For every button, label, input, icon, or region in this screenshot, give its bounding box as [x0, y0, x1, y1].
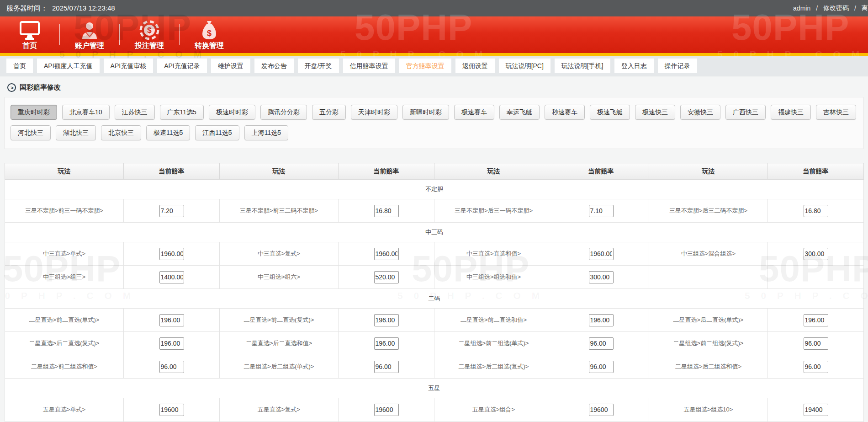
account-icon	[80, 19, 99, 40]
lottery-button-天津时时彩[interactable]: 天津时时彩	[351, 105, 397, 120]
group-header-五星: 五星	[5, 379, 864, 398]
odds-input[interactable]	[374, 205, 399, 217]
lottery-button-江西11选5[interactable]: 江西11选5	[195, 125, 239, 140]
odds-input[interactable]	[589, 271, 614, 283]
odds-cell	[124, 309, 220, 332]
play-label: 二星直选>后二直选(单式)>	[649, 309, 768, 332]
lottery-button-极速赛车[interactable]: 极速赛车	[454, 105, 494, 120]
odds-input[interactable]	[159, 205, 184, 217]
column-header-odds: 当前赔率	[768, 163, 864, 180]
nav-item-label: 首页	[22, 41, 37, 51]
odds-input[interactable]	[804, 337, 828, 350]
odds-cell	[553, 309, 649, 332]
table-row: 二星组选>前二组选和值>二星组选>后二组选(单式)>二星组选>后二组选(复式)>…	[5, 355, 864, 379]
tab-维护设置[interactable]: 维护设置	[211, 59, 250, 73]
tab-首页[interactable]: 首页	[6, 59, 33, 73]
odds-input[interactable]	[374, 404, 399, 416]
odds-input[interactable]	[589, 361, 614, 373]
odds-input[interactable]	[589, 205, 614, 217]
lottery-button-吉林快三[interactable]: 吉林快三	[816, 105, 856, 120]
lottery-button-上海11选5[interactable]: 上海11选5	[244, 125, 288, 140]
odds-input[interactable]	[159, 271, 184, 283]
lottery-row-2: 河北快三湖北快三北京快三极速11选5江西11选5上海11选5	[11, 125, 857, 140]
tab-操作记录[interactable]: 操作记录	[658, 59, 697, 73]
odds-cell	[553, 355, 649, 379]
section-heading: > 国彩赔率修改	[7, 83, 868, 92]
group-row: 不定胆	[5, 180, 864, 199]
odds-input[interactable]	[804, 248, 828, 260]
lottery-button-福建快三[interactable]: 福建快三	[771, 105, 811, 120]
tab-登入日志[interactable]: 登入日志	[614, 59, 654, 73]
odds-input[interactable]	[159, 337, 184, 350]
lottery-button-腾讯分分彩[interactable]: 腾讯分分彩	[260, 105, 307, 120]
lottery-button-广东11选5[interactable]: 广东11选5	[160, 105, 204, 120]
play-label: 二星直选>后二直选和值>	[220, 332, 339, 355]
odds-input[interactable]	[159, 314, 184, 326]
tab-API额度人工充值[interactable]: API额度人工充值	[37, 59, 100, 73]
lottery-button-新疆时时彩[interactable]: 新疆时时彩	[402, 105, 449, 120]
nav-item-betting[interactable]: $投注管理	[120, 16, 179, 53]
odds-input[interactable]	[374, 361, 399, 373]
lottery-button-江苏快三[interactable]: 江苏快三	[115, 105, 155, 120]
tab-发布公告[interactable]: 发布公告	[254, 59, 294, 73]
nav-item-transfer[interactable]: $转换管理	[180, 16, 239, 53]
lottery-button-北京快三[interactable]: 北京快三	[101, 125, 141, 140]
lottery-button-广西快三[interactable]: 广西快三	[725, 105, 766, 120]
odds-cell	[553, 398, 649, 422]
odds-input[interactable]	[374, 337, 399, 350]
tab-开盘/开奖[interactable]: 开盘/开奖	[298, 59, 339, 73]
odds-input[interactable]	[589, 404, 614, 416]
odds-input[interactable]	[804, 314, 828, 326]
column-header-odds: 当前赔率	[553, 163, 649, 180]
odds-cell	[124, 332, 220, 355]
lottery-button-幸运飞艇[interactable]: 幸运飞艇	[499, 105, 540, 120]
separator: /	[854, 5, 856, 12]
odds-input[interactable]	[804, 361, 828, 373]
column-header-play: 玩法	[434, 163, 553, 180]
lottery-button-极速时时彩[interactable]: 极速时时彩	[209, 105, 255, 120]
odds-input[interactable]	[589, 314, 614, 326]
tab-官方赔率设置[interactable]: 官方赔率设置	[399, 59, 451, 73]
odds-input[interactable]	[804, 205, 828, 217]
tab-返佣设置[interactable]: 返佣设置	[455, 59, 495, 73]
odds-input[interactable]	[159, 248, 184, 260]
empty-cell	[768, 266, 864, 289]
nav-item-accounts[interactable]: 账户管理	[60, 16, 119, 53]
odds-input[interactable]	[374, 271, 399, 283]
odds-input[interactable]	[159, 361, 184, 373]
lottery-button-秒速赛车[interactable]: 秒速赛车	[545, 105, 585, 120]
lottery-button-湖北快三[interactable]: 湖北快三	[56, 125, 96, 140]
tab-玩法说明[PC][interactable]: 玩法说明[PC]	[499, 59, 550, 73]
odds-input[interactable]	[374, 248, 399, 260]
lottery-button-安徽快三[interactable]: 安徽快三	[680, 105, 720, 120]
odds-input[interactable]	[804, 404, 828, 416]
odds-cell	[768, 309, 864, 332]
change-password-link[interactable]: 修改密碼	[823, 4, 849, 12]
lottery-button-重庆时时彩[interactable]: 重庆时时彩	[11, 105, 57, 120]
lottery-button-极速飞艇[interactable]: 极速飞艇	[590, 105, 630, 120]
odds-input[interactable]	[589, 337, 614, 350]
main-nav: 首页账户管理$投注管理$转换管理	[0, 16, 868, 53]
nav-item-home[interactable]: 首页	[0, 16, 59, 53]
odds-input[interactable]	[589, 248, 614, 260]
money-bag-icon: $	[200, 19, 218, 40]
odds-input[interactable]	[374, 314, 399, 326]
odds-input[interactable]	[159, 404, 184, 416]
logout-link[interactable]: 离开	[862, 4, 868, 12]
odds-cell	[768, 398, 864, 422]
odds-table: 玩法当前赔率玩法当前赔率玩法当前赔率玩法当前赔率 不定胆三星不定胆>前三一码不定…	[5, 163, 864, 422]
tab-信用赔率设置[interactable]: 信用赔率设置	[343, 59, 395, 73]
odds-cell	[553, 242, 649, 266]
tab-API充值记录[interactable]: API充值记录	[157, 59, 207, 73]
play-label: 五星直选>复式>	[220, 398, 339, 422]
lottery-button-极速快三[interactable]: 极速快三	[635, 105, 675, 120]
play-label: 二星直选>后二直选(复式)>	[5, 332, 124, 355]
empty-cell	[649, 266, 768, 289]
tab-API充值审核[interactable]: API充值审核	[104, 59, 153, 73]
lottery-button-极速11选5[interactable]: 极速11选5	[146, 125, 190, 140]
lottery-button-北京赛车10[interactable]: 北京赛车10	[62, 105, 110, 120]
lottery-button-河北快三[interactable]: 河北快三	[11, 125, 51, 140]
nav-item-label: 转换管理	[195, 41, 224, 51]
lottery-button-五分彩[interactable]: 五分彩	[312, 105, 346, 120]
tab-玩法说明[手机][interactable]: 玩法说明[手机]	[555, 59, 610, 73]
